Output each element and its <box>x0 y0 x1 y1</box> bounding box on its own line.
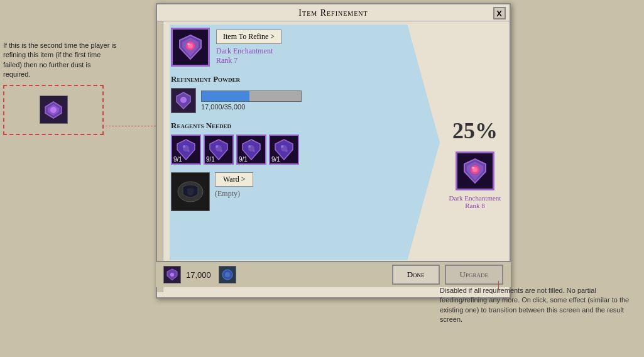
reagents-section-header: Reagents Needed <box>171 121 433 131</box>
reagent-item-3[interactable]: 9/1 <box>236 135 266 165</box>
item-to-refine-button[interactable]: Item To Refine > <box>216 30 281 44</box>
reagent-count-1: 9/1 <box>173 156 182 163</box>
currency-icon2 <box>219 266 236 283</box>
reagent-count-4: 9/1 <box>271 156 280 163</box>
svg-point-16 <box>216 145 218 148</box>
powder-row: 17,000/35,000 <box>171 88 433 113</box>
item-refine-label: Item To Refine > Dark Enchantment Rank 7 <box>216 30 281 65</box>
item-name: Dark Enchantment Rank 7 <box>216 47 281 65</box>
ward-row: Ward > (Empty) <box>171 172 433 211</box>
currency-amount: 17,000 <box>186 270 211 280</box>
result-icon-box <box>456 151 494 190</box>
svg-point-21 <box>253 150 255 152</box>
dialog-body: Item To Refine > Dark Enchantment Rank 7… <box>157 21 510 292</box>
result-percent: 25% <box>452 118 498 144</box>
powder-preview-box <box>3 85 104 135</box>
svg-point-17 <box>220 150 222 152</box>
bottom-right-annotation-text: Disabled if all requirements are not fil… <box>440 286 635 325</box>
ward-empty-label: (Empty) <box>215 189 253 199</box>
content-overlay: Item To Refine > Dark Enchantment Rank 7… <box>171 28 433 211</box>
svg-point-20 <box>248 145 251 148</box>
ward-section: Ward > (Empty) <box>171 172 433 211</box>
result-side: 25% Dark Enchantment Rank 8 <box>440 21 510 292</box>
ward-info: Ward > (Empty) <box>215 172 253 199</box>
svg-point-2 <box>50 107 57 113</box>
main-content-area: Item To Refine > Dark Enchantment Rank 7… <box>163 21 440 292</box>
powder-section-header: Refinement Powder <box>171 74 433 84</box>
done-button[interactable]: Done <box>392 265 440 285</box>
reagent-count-2: 9/1 <box>206 156 215 163</box>
powder-progress-bar <box>201 91 302 102</box>
svg-point-12 <box>183 145 185 148</box>
reagent-count-3: 9/1 <box>239 156 248 163</box>
dialog-titlebar: Item Refinement X <box>157 4 510 21</box>
svg-point-35 <box>225 272 230 277</box>
powder-section: Refinement Powder 17,000/ <box>171 74 433 113</box>
powder-icon-small <box>171 88 196 113</box>
reagent-item-2[interactable]: 9/1 <box>204 135 234 165</box>
item-refinement-dialog: Item Refinement X <box>156 3 511 299</box>
item-icon-box <box>171 28 210 67</box>
reagents-grid: 9/1 9/1 <box>171 135 433 165</box>
dialog-title: Item Refinement <box>298 8 368 18</box>
svg-point-25 <box>285 150 288 152</box>
powder-amount: 17,000/35,000 <box>201 103 302 111</box>
left-annotation: If this is the second time the player is… <box>3 41 119 135</box>
svg-point-7 <box>187 43 190 45</box>
svg-point-13 <box>187 150 190 152</box>
currency-icon-powder <box>163 266 181 283</box>
bottom-bar: 17,000 Done Upgrade <box>156 261 511 287</box>
left-annotation-text: If this is the second time the player is… <box>3 41 119 80</box>
reagent-item-1[interactable]: 9/1 <box>171 135 201 165</box>
item-refine-row: Item To Refine > Dark Enchantment Rank 7 <box>171 28 433 67</box>
powder-icon-preview <box>40 96 68 124</box>
svg-point-24 <box>281 145 283 148</box>
powder-bar-fill <box>202 91 249 101</box>
annotation-arrow-line <box>106 126 156 127</box>
svg-point-31 <box>472 167 474 168</box>
dialog-close-button[interactable]: X <box>493 7 506 19</box>
upgrade-button[interactable]: Upgrade <box>445 265 503 285</box>
svg-point-9 <box>180 97 187 103</box>
ward-icon-box <box>171 172 210 211</box>
reagents-section: Reagents Needed 9/1 <box>171 121 433 165</box>
left-divider <box>157 21 163 292</box>
powder-bar-container: 17,000/35,000 <box>201 91 302 111</box>
svg-point-33 <box>170 273 174 277</box>
reagent-item-4[interactable]: 9/1 <box>269 135 299 165</box>
result-item-name: Dark Enchantment Rank 8 <box>449 194 501 209</box>
bottom-right-annotation: Disabled if all requirements are not fil… <box>440 286 635 325</box>
ward-button[interactable]: Ward > <box>215 172 253 187</box>
